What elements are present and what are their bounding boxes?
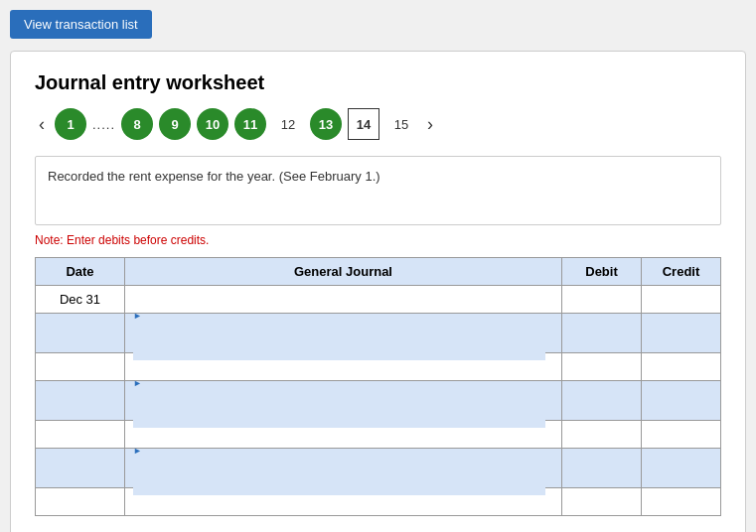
page-number-15[interactable]: 15 xyxy=(385,108,417,140)
credit-input[interactable] xyxy=(642,421,720,448)
debit-input[interactable] xyxy=(562,353,641,380)
journal-input[interactable] xyxy=(125,421,561,448)
credit-cell[interactable] xyxy=(642,286,721,314)
debit-cell[interactable] xyxy=(562,314,642,353)
date-cell xyxy=(36,421,125,449)
date-cell xyxy=(36,449,125,488)
date-cell: Dec 31 xyxy=(36,286,125,314)
debit-input[interactable] xyxy=(562,449,641,487)
journal-input[interactable] xyxy=(125,286,561,313)
credit-cell[interactable] xyxy=(642,421,721,449)
debit-cell[interactable] xyxy=(562,353,642,381)
journal-cell[interactable]: ► xyxy=(125,314,562,353)
credit-cell[interactable] xyxy=(642,353,721,381)
worksheet-title: Journal entry worksheet xyxy=(35,71,721,94)
debit-input[interactable] xyxy=(562,314,641,352)
page-bubble-10[interactable]: 10 xyxy=(197,108,228,140)
journal-table: Date General Journal Debit Credit Dec 31 xyxy=(35,257,721,516)
page-number-12[interactable]: 12 xyxy=(272,108,304,140)
debit-input[interactable] xyxy=(562,286,641,313)
debit-cell[interactable] xyxy=(562,381,642,421)
journal-cell[interactable]: ► xyxy=(125,381,562,421)
worksheet-container: Journal entry worksheet ‹ 1 ..... 8 9 10… xyxy=(10,51,746,532)
credit-input[interactable] xyxy=(642,314,720,352)
table-row: ► xyxy=(36,449,721,488)
debit-cell[interactable] xyxy=(562,286,642,314)
date-cell xyxy=(36,353,125,381)
page-dots: ..... xyxy=(92,117,115,132)
page-bubble-13[interactable]: 13 xyxy=(310,108,342,140)
description-box: Recorded the rent expense for the year. … xyxy=(35,156,721,225)
credit-cell[interactable] xyxy=(642,488,721,516)
page-bubble-11[interactable]: 11 xyxy=(234,108,266,140)
page-bubble-8[interactable]: 8 xyxy=(121,108,153,140)
table-row xyxy=(36,488,721,516)
date-cell xyxy=(36,488,125,516)
view-transaction-button[interactable]: View transaction list xyxy=(10,10,152,39)
journal-cell[interactable] xyxy=(125,353,562,381)
credit-cell[interactable] xyxy=(642,314,721,353)
journal-input[interactable] xyxy=(125,488,561,515)
date-cell xyxy=(36,314,125,353)
table-row: ► xyxy=(36,381,721,421)
table-row: ► xyxy=(36,314,721,353)
page-bubble-1[interactable]: 1 xyxy=(55,108,86,140)
debit-input[interactable] xyxy=(562,381,641,420)
debit-input[interactable] xyxy=(562,488,641,515)
page-bubble-9[interactable]: 9 xyxy=(159,108,191,140)
date-cell xyxy=(36,381,125,421)
note-text: Note: Enter debits before credits. xyxy=(35,233,721,247)
pagination: ‹ 1 ..... 8 9 10 11 12 13 14 15 › xyxy=(35,108,721,140)
journal-input[interactable] xyxy=(125,353,561,380)
col-header-date: Date xyxy=(36,258,125,286)
col-header-credit: Credit xyxy=(642,258,721,286)
journal-cell[interactable] xyxy=(125,286,562,314)
debit-cell[interactable] xyxy=(562,449,642,488)
credit-input[interactable] xyxy=(642,381,720,420)
page-number-14[interactable]: 14 xyxy=(348,108,379,140)
credit-input[interactable] xyxy=(642,286,720,313)
prev-page-button[interactable]: ‹ xyxy=(35,114,49,135)
credit-cell[interactable] xyxy=(642,381,721,421)
credit-input[interactable] xyxy=(642,353,720,380)
next-page-button[interactable]: › xyxy=(423,114,437,135)
debit-cell[interactable] xyxy=(562,488,642,516)
debit-cell[interactable] xyxy=(562,421,642,449)
journal-cell[interactable] xyxy=(125,488,562,516)
col-header-journal: General Journal xyxy=(125,258,562,286)
col-header-debit: Debit xyxy=(562,258,642,286)
journal-cell[interactable] xyxy=(125,421,562,449)
debit-input[interactable] xyxy=(562,421,641,448)
journal-cell[interactable]: ► xyxy=(125,449,562,488)
credit-input[interactable] xyxy=(642,449,720,487)
credit-cell[interactable] xyxy=(642,449,721,488)
credit-input[interactable] xyxy=(642,488,720,515)
